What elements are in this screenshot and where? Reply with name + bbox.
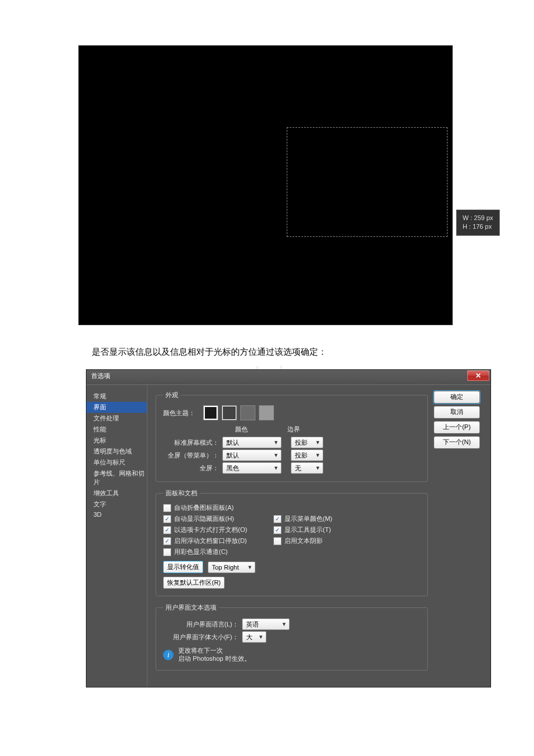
theme-swatch-medium[interactable] (240, 405, 255, 420)
close-button[interactable]: ✕ (467, 370, 489, 381)
ui-size-label: 用户界面字体大小(F)： (163, 633, 242, 642)
sidebar-item-performance[interactable]: 性能 (86, 424, 147, 435)
tooltip-w-label: W : (463, 214, 472, 221)
next-button[interactable]: 下一个(N) (434, 436, 480, 449)
chevron-down-icon: ▼ (282, 621, 287, 627)
caption-text: 是否显示该信息以及信息相对于光标的方位通过该选项确定： (92, 345, 453, 359)
dialog-title: 首选项 (91, 372, 110, 379)
sidebar-item-units[interactable]: 单位与标尺 (86, 457, 147, 468)
cb-autocollapse[interactable]: 自动折叠图标面板(A) (163, 503, 268, 512)
uitext-legend: 用户界面文本选项 (163, 603, 219, 612)
checkbox-icon (163, 537, 171, 545)
info-text: 更改将在下一次 启动 Photoshop 时生效。 (178, 647, 251, 663)
cb-tooltips[interactable]: 显示工具提示(T) (273, 525, 378, 534)
ui-size-select[interactable]: 大▼ (242, 631, 266, 643)
checkbox-icon (273, 515, 282, 523)
row-full-color-select[interactable]: 黑色▼ (222, 462, 282, 474)
cb-colorchannels[interactable]: 用彩色显示通道(C) (163, 548, 268, 556)
chevron-down-icon: ▼ (315, 440, 320, 445)
sidebar-item-interface[interactable]: 界面 (86, 402, 147, 413)
checkbox-icon (163, 504, 171, 512)
tooltip-h-value: 176 px (472, 223, 492, 230)
ui-lang-select[interactable]: 英语▼ (242, 618, 290, 630)
cb-opentabs[interactable]: 以选项卡方式打开文档(O) (163, 525, 268, 534)
cancel-button[interactable]: 取消 (434, 406, 480, 419)
info-icon: i (163, 650, 174, 660)
panels-group: 面板和文档 自动折叠图标面板(A) 自动显示隐藏面板(H) 显示菜单颜色(M) … (156, 489, 428, 596)
canvas-area: W : 259 px H : 176 px (78, 45, 453, 325)
sidebar-item-guides[interactable]: 参考线、网格和切片 (86, 468, 147, 488)
chevron-down-icon: ▼ (273, 440, 279, 445)
sidebar-item-cursors[interactable]: 光标 (86, 435, 147, 446)
column-border-header: 边界 (273, 425, 314, 434)
checkbox-icon (163, 548, 171, 556)
sidebar-item-type[interactable]: 文字 (86, 499, 147, 510)
dialog-button-column: 确定 取消 上一个(P) 下一个(N) (434, 385, 490, 687)
tooltip-w-value: 259 px (474, 214, 493, 221)
dialog-main: 外观 颜色主题： 颜色 边界 (147, 385, 434, 687)
cb-floatdock[interactable]: 启用浮动文档窗口停放(D) (163, 537, 268, 545)
reset-workspaces-button[interactable]: 恢复默认工作区(R) (163, 577, 225, 589)
appearance-group: 外观 颜色主题： 颜色 边界 (156, 391, 428, 482)
row-full-label: 全屏： (163, 464, 222, 473)
sidebar-item-transparency[interactable]: 透明度与色域 (86, 446, 147, 457)
chevron-down-icon: ▼ (315, 452, 320, 458)
appearance-legend: 外观 (163, 391, 181, 399)
row-standard-color-select[interactable]: 默认▼ (222, 437, 282, 448)
checkbox-icon (163, 515, 171, 523)
column-color-header: 颜色 (210, 425, 273, 434)
chevron-down-icon: ▼ (315, 465, 320, 471)
transform-values-label: 显示转化值 (163, 561, 203, 573)
sidebar-item-3d[interactable]: 3D (86, 510, 147, 519)
prev-button[interactable]: 上一个(P) (434, 421, 480, 434)
row-standard-border-select[interactable]: 投影▼ (291, 437, 323, 448)
row-fullmenu-color-select[interactable]: 默认▼ (222, 449, 282, 461)
theme-swatch-light[interactable] (259, 405, 274, 420)
chevron-down-icon: ▼ (247, 564, 252, 570)
checkbox-icon (273, 526, 282, 534)
row-full-border-select[interactable]: 无▼ (291, 462, 323, 474)
dimension-tooltip: W : 259 px H : 176 px (456, 210, 500, 236)
row-standard-label: 标准屏幕模式： (163, 438, 222, 447)
tooltip-h-label: H : (463, 223, 471, 230)
row-fullmenu-label: 全屏（带菜单）： (163, 451, 222, 460)
preferences-dialog: 首选项 ✕ 常规 界面 文件处理 性能 光标 透明度与色域 单位与标尺 参考线、… (86, 369, 491, 687)
chevron-down-icon: ▼ (258, 634, 264, 640)
sidebar-item-filehandling[interactable]: 文件处理 (86, 413, 147, 424)
checkbox-icon (163, 526, 171, 534)
panels-legend: 面板和文档 (163, 489, 200, 498)
cb-autoshow[interactable]: 自动显示隐藏面板(H) (163, 514, 268, 523)
uitext-group: 用户界面文本选项 用户界面语言(L)： 英语▼ 用户界面字体大小(F)： 大▼ … (156, 603, 428, 671)
row-fullmenu-border-select[interactable]: 投影▼ (291, 449, 323, 461)
ok-button[interactable]: 确定 (434, 391, 480, 404)
theme-label: 颜色主题： (163, 409, 195, 417)
theme-swatch-mediumdark[interactable] (222, 405, 237, 420)
sidebar-item-general[interactable]: 常规 (86, 391, 147, 402)
chevron-down-icon: ▼ (273, 465, 279, 471)
checkbox-icon (273, 537, 282, 545)
transform-values-select[interactable]: Top Right▼ (208, 561, 255, 573)
category-sidebar: 常规 界面 文件处理 性能 光标 透明度与色域 单位与标尺 参考线、网格和切片 … (86, 385, 147, 687)
cb-textshadow[interactable]: 启用文本阴影 (273, 537, 378, 545)
ui-lang-label: 用户界面语言(L)： (163, 620, 242, 629)
marquee-selection (287, 127, 448, 237)
theme-swatch-dark[interactable] (203, 405, 218, 420)
dialog-titlebar: 首选项 ✕ (86, 370, 490, 385)
cb-menucolor[interactable]: 显示菜单颜色(M) (273, 514, 378, 523)
sidebar-item-plugins[interactable]: 增效工具 (86, 488, 147, 499)
chevron-down-icon: ▼ (273, 452, 279, 458)
